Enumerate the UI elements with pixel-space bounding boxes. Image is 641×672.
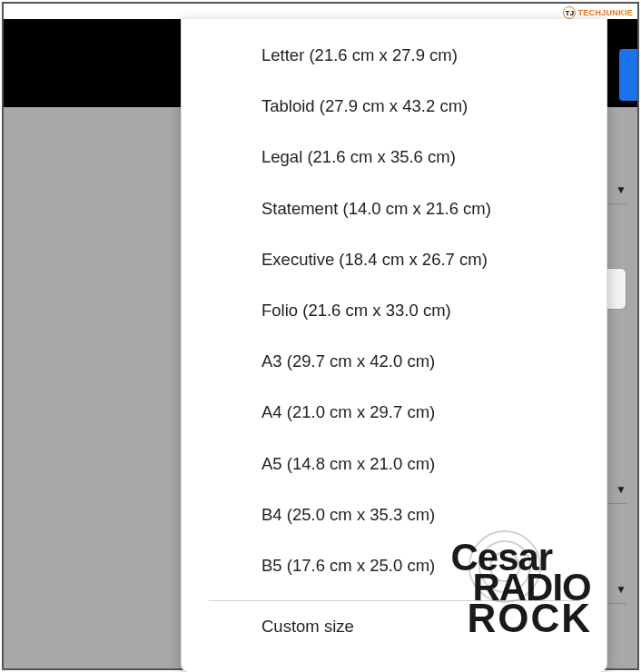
paper-size-option[interactable]: Legal (21.6 cm x 35.6 cm) — [182, 132, 606, 183]
paper-size-option[interactable]: Statement (14.0 cm x 21.6 cm) — [182, 183, 606, 234]
paper-size-option[interactable]: A4 (21.0 cm x 29.7 cm) — [182, 387, 606, 438]
paper-size-option[interactable]: A3 (29.7 cm x 42.0 cm) — [182, 336, 606, 387]
input-edge[interactable] — [605, 268, 626, 310]
chevron-down-icon[interactable]: ▼ — [616, 583, 626, 596]
divider-line — [605, 203, 626, 204]
paper-size-dropdown: Letter (21.6 cm x 27.9 cm) Tabloid (27.9… — [181, 19, 607, 672]
paper-size-option[interactable]: B5 (17.6 cm x 25.0 cm) — [182, 540, 606, 591]
chevron-down-icon[interactable]: ▼ — [616, 183, 626, 196]
paper-size-option[interactable]: B4 (25.0 cm x 35.3 cm) — [182, 489, 606, 540]
paper-size-option[interactable]: A5 (14.8 cm x 21.0 cm) — [182, 439, 606, 489]
divider-line — [605, 503, 626, 504]
paper-size-option[interactable]: Folio (21.6 cm x 33.0 cm) — [182, 285, 606, 336]
divider-line — [605, 603, 626, 604]
paper-size-option[interactable]: Letter (21.6 cm x 27.9 cm) — [182, 30, 606, 81]
techjunkie-label: TECHJUNKIE — [577, 8, 633, 17]
top-strip: TJ TECHJUNKIE — [4, 4, 637, 19]
app-frame: TJ TECHJUNKIE ▼ ▼ ▼ Letter (21.6 cm x 27… — [2, 2, 639, 670]
paper-size-option[interactable]: Executive (18.4 cm x 26.7 cm) — [182, 234, 606, 285]
tj-icon: TJ — [563, 6, 576, 19]
custom-size-option[interactable]: Custom size — [182, 601, 606, 652]
print-button-edge[interactable] — [619, 49, 637, 101]
paper-size-option[interactable]: Tabloid (27.9 cm x 43.2 cm) — [182, 81, 606, 132]
chevron-down-icon[interactable]: ▼ — [616, 483, 626, 496]
techjunkie-watermark: TJ TECHJUNKIE — [563, 6, 633, 19]
